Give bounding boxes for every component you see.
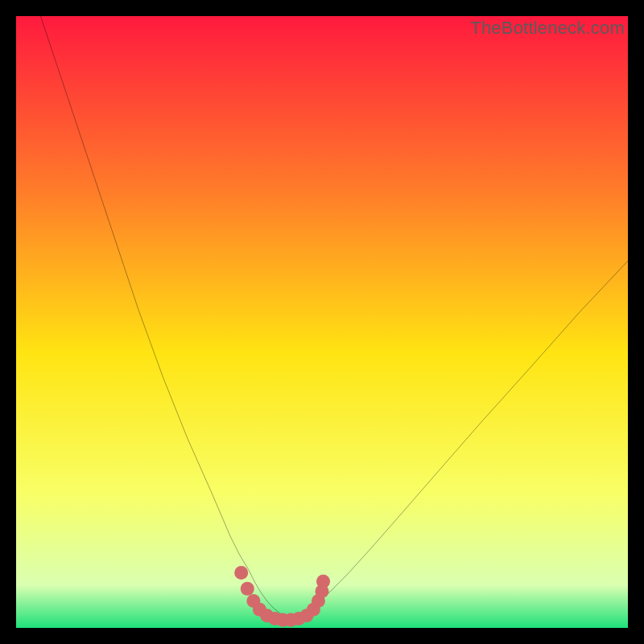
optimal-dot (316, 575, 330, 588)
gradient-background (16, 16, 628, 628)
chart-frame: TheBottleneck.com (0, 0, 644, 644)
optimal-dot (234, 566, 248, 580)
optimal-dot (241, 582, 254, 596)
chart-canvas (16, 16, 628, 628)
watermark-text: TheBottleneck.com (470, 18, 625, 39)
